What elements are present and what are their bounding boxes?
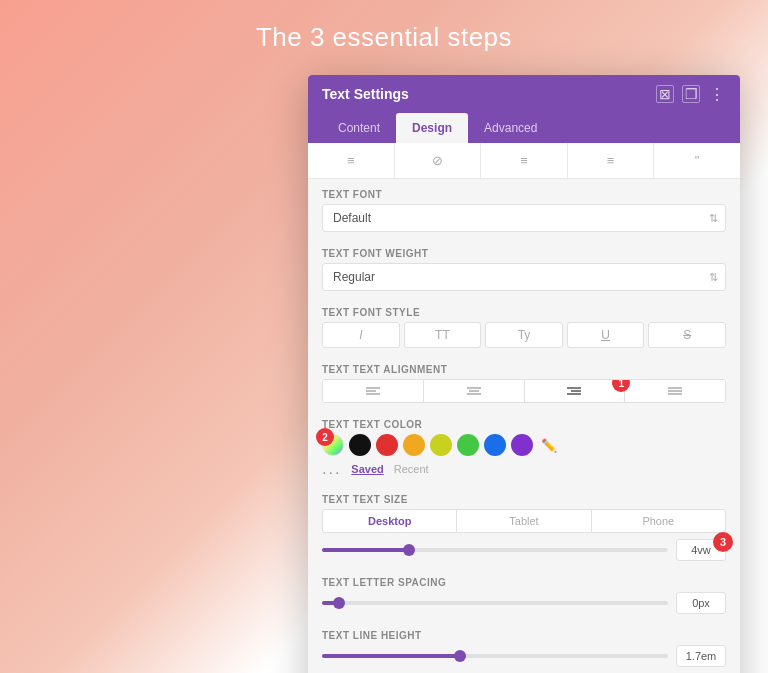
style-strikethrough-btn[interactable]: S [648, 322, 726, 348]
style-uppercase-btn[interactable]: TT [404, 322, 482, 348]
line-height-slider-fill [322, 654, 460, 658]
color-yellow-swatch[interactable] [430, 434, 452, 456]
tab-design[interactable]: Design [396, 113, 468, 143]
modal-header: Text Settings ⊠ ❒ ⋮ [308, 75, 740, 113]
tab-bar: Content Design Advanced [308, 113, 740, 143]
align-buttons: 1 [322, 379, 726, 403]
text-size-section: Text Text Size Desktop Tablet Phone 4vw … [308, 484, 740, 567]
panel-body: ≡ ⊘ ≡ ≡ " Text Font Default Text Font We… [308, 143, 740, 673]
device-tab-tablet[interactable]: Tablet [457, 510, 591, 532]
modal-title: Text Settings [322, 86, 409, 102]
align-left-btn[interactable] [323, 380, 424, 402]
minimize-icon[interactable]: ⊠ [656, 85, 674, 103]
text-font-weight-select-wrapper: Regular [322, 263, 726, 291]
style-buttons: I TT Ty U S [322, 322, 726, 348]
text-font-style-label: Text Font Style [322, 307, 726, 318]
color-red-swatch[interactable] [376, 434, 398, 456]
tab-content[interactable]: Content [322, 113, 396, 143]
color-green-swatch[interactable] [457, 434, 479, 456]
page-title: The 3 essential steps [0, 0, 768, 53]
text-font-style-section: Text Font Style I TT Ty U S [308, 297, 740, 354]
text-alignment-section: Text Text Alignment 1 [308, 354, 740, 409]
text-size-badge: 3 [713, 532, 733, 552]
format-indent-btn[interactable]: ≡ [481, 143, 568, 178]
line-height-slider-track [322, 654, 668, 658]
line-height-slider-thumb[interactable] [454, 650, 466, 662]
color-purple-swatch[interactable] [511, 434, 533, 456]
color-black-swatch[interactable] [349, 434, 371, 456]
text-size-slider-fill [322, 548, 409, 552]
align-justify-btn[interactable] [625, 380, 725, 402]
letter-spacing-slider-thumb[interactable] [333, 597, 345, 609]
letter-spacing-section: Text Letter Spacing 0px [308, 567, 740, 620]
text-font-select-wrapper: Default [322, 204, 726, 232]
more-options-icon[interactable]: ⋮ [708, 85, 726, 103]
modal-panel: Text Settings ⊠ ❒ ⋮ Content Design Advan… [308, 75, 740, 673]
modal-header-icons: ⊠ ❒ ⋮ [656, 85, 726, 103]
text-font-section: Text Font Default [308, 179, 740, 238]
text-font-weight-label: Text Font Weight [322, 248, 726, 259]
color-tab-recent[interactable]: Recent [394, 463, 429, 475]
text-font-label: Text Font [322, 189, 726, 200]
tab-advanced[interactable]: Advanced [468, 113, 553, 143]
color-tabs: ... Saved Recent [322, 460, 726, 478]
text-font-select[interactable]: Default [322, 204, 726, 232]
text-size-slider-track [322, 548, 668, 552]
line-height-slider-row: 1.7em [322, 645, 726, 667]
align-center-btn[interactable] [424, 380, 525, 402]
text-size-slider-row: 4vw 3 [322, 539, 726, 561]
device-tab-desktop[interactable]: Desktop [323, 510, 457, 532]
letter-spacing-value[interactable]: 0px [676, 592, 726, 614]
format-strikethrough-btn[interactable]: ⊘ [395, 143, 482, 178]
text-alignment-label: Text Text Alignment [322, 364, 726, 375]
color-more-btn[interactable]: ... [322, 460, 341, 478]
letter-spacing-slider-row: 0px [322, 592, 726, 614]
format-align-left-btn[interactable]: ≡ [308, 143, 395, 178]
style-italic-btn[interactable]: I [322, 322, 400, 348]
text-color-label: Text Text Color [322, 419, 726, 430]
text-size-slider-thumb[interactable] [403, 544, 415, 556]
color-custom-pencil[interactable]: ✏️ [538, 434, 560, 456]
line-height-section: Text Line Height 1.7em [308, 620, 740, 673]
line-height-label: Text Line Height [322, 630, 726, 641]
text-size-value[interactable]: 4vw 3 [676, 539, 726, 561]
color-row: 2 ✏️ [322, 434, 726, 456]
format-quote-btn[interactable]: " [654, 143, 740, 178]
color-tab-saved[interactable]: Saved [351, 463, 383, 475]
text-size-label: Text Text Size [322, 494, 726, 505]
expand-icon[interactable]: ❒ [682, 85, 700, 103]
style-capitalize-btn[interactable]: Ty [485, 322, 563, 348]
color-blue-swatch[interactable] [484, 434, 506, 456]
device-tab-phone[interactable]: Phone [592, 510, 725, 532]
color-picker-badge: 2 [316, 428, 334, 446]
letter-spacing-label: Text Letter Spacing [322, 577, 726, 588]
formatting-icon-row: ≡ ⊘ ≡ ≡ " [308, 143, 740, 179]
letter-spacing-slider-track [322, 601, 668, 605]
line-height-value[interactable]: 1.7em [676, 645, 726, 667]
align-right-btn[interactable]: 1 [525, 380, 626, 402]
background: The 3 essential steps ↓ Text Settings ⊠ … [0, 0, 768, 673]
color-orange-swatch[interactable] [403, 434, 425, 456]
device-tabs: Desktop Tablet Phone [322, 509, 726, 533]
text-color-section: Text Text Color 2 ✏️ [308, 409, 740, 484]
style-underline-btn[interactable]: U [567, 322, 645, 348]
text-font-weight-section: Text Font Weight Regular [308, 238, 740, 297]
color-picker-wrapper: 2 [322, 434, 344, 456]
format-list-btn[interactable]: ≡ [568, 143, 655, 178]
text-font-weight-select[interactable]: Regular [322, 263, 726, 291]
